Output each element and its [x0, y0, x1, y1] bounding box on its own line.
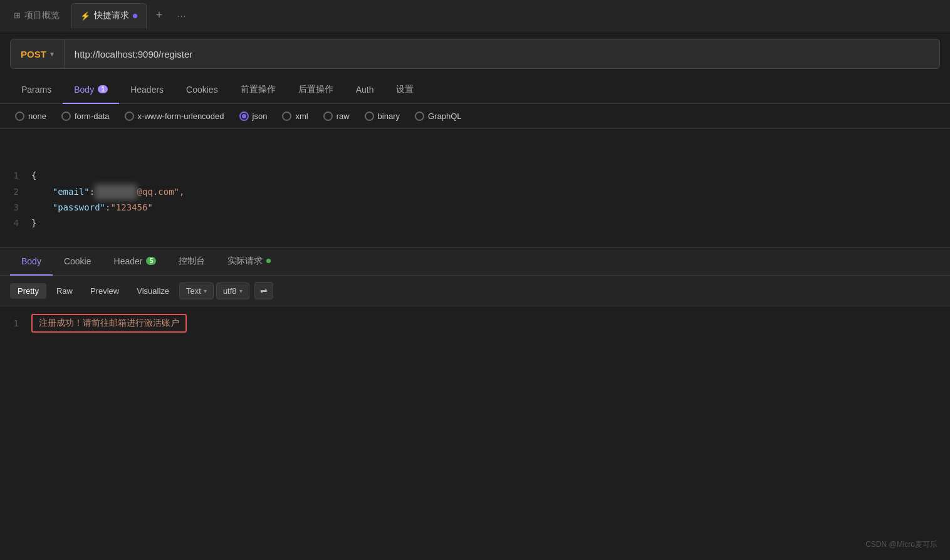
tab-auth-label: Auth	[356, 85, 374, 95]
email-key: "email"	[53, 187, 90, 197]
resp-tab-console[interactable]: 控制台	[167, 248, 216, 276]
radio-graphql[interactable]: GraphQL	[415, 111, 461, 121]
wrap-icon: ⇌	[260, 286, 268, 296]
radio-urlencoded-label: x-www-form-urlencoded	[138, 111, 224, 121]
add-tab-button[interactable]: +	[149, 6, 169, 26]
radio-urlencoded-circle	[125, 111, 134, 121]
raw-button[interactable]: Raw	[49, 283, 80, 299]
tab-bar: ⊞ 项目概览 ⚡ 快捷请求 + ···	[0, 0, 950, 31]
email-suffix: @qq.com",	[137, 187, 185, 197]
format-chevron-icon: ▾	[204, 288, 207, 294]
radio-form-data-label: form-data	[75, 111, 110, 121]
tab-settings-label: 设置	[396, 84, 414, 95]
header-badge: 5	[146, 257, 156, 265]
ellipsis-icon: ···	[177, 11, 187, 21]
tab-quick-request-label: 快捷请求	[94, 10, 129, 21]
tab-quick-request[interactable]: ⚡ 快捷请求	[71, 3, 147, 28]
more-tabs-button[interactable]: ···	[172, 6, 192, 26]
radio-binary[interactable]: binary	[365, 111, 400, 121]
code-line-empty2	[0, 152, 950, 168]
url-input[interactable]	[65, 49, 939, 60]
resp-tab-console-label: 控制台	[179, 256, 205, 267]
resp-tab-header-label: Header	[114, 256, 143, 266]
tab-params-label: Params	[21, 85, 51, 95]
method-chevron-icon: ▾	[50, 50, 54, 58]
plus-icon: +	[156, 9, 163, 22]
tab-body[interactable]: Body 1	[63, 76, 119, 104]
radio-binary-label: binary	[378, 111, 400, 121]
tab-auth[interactable]: Auth	[345, 76, 385, 104]
tab-body-label: Body	[74, 85, 94, 95]
response-body: 1 注册成功！请前往邮箱进行激活账户	[0, 306, 950, 340]
radio-raw-label: raw	[337, 111, 350, 121]
radio-form-data[interactable]: form-data	[61, 111, 110, 121]
visualize-button[interactable]: Visualize	[129, 283, 177, 299]
method-label: POST	[21, 49, 46, 60]
response-section: Body Cookie Header 5 控制台 实际请求 Pretty Raw…	[0, 248, 950, 340]
resp-tab-header[interactable]: Header 5	[103, 248, 168, 276]
response-line-1: 1 注册成功！请前往邮箱进行激活账户	[0, 314, 950, 333]
radio-binary-circle	[365, 111, 374, 121]
tab-project-label: 项目概览	[24, 10, 60, 21]
radio-form-data-circle	[61, 111, 71, 121]
project-icon: ⊞	[14, 11, 21, 20]
preview-button[interactable]: Preview	[83, 283, 127, 299]
lightning-icon: ⚡	[80, 11, 90, 21]
code-line-3: 3 "password":"123456"	[0, 200, 950, 215]
body-type-row: none form-data x-www-form-urlencoded jso…	[0, 104, 950, 129]
resp-tab-cookie[interactable]: Cookie	[53, 248, 103, 276]
close-brace: }	[31, 218, 36, 228]
encoding-select[interactable]: utf8 ▾	[216, 283, 249, 299]
resp-tab-actual-label: 实际请求	[227, 256, 263, 267]
radio-none-circle	[15, 111, 24, 121]
tab-params[interactable]: Params	[10, 76, 63, 104]
method-selector[interactable]: POST ▾	[11, 39, 65, 68]
radio-xml-circle	[282, 111, 291, 121]
code-editor[interactable]: 1 { 2 "email":xxxxxxxx@qq.com", 3 "passw…	[0, 129, 950, 248]
radio-json-circle	[239, 111, 249, 121]
tab-headers-label: Headers	[130, 85, 164, 95]
tab-settings[interactable]: 设置	[385, 76, 425, 104]
resp-tab-cookie-label: Cookie	[64, 256, 91, 266]
code-line-1: 1 {	[0, 168, 950, 184]
format-select[interactable]: Text ▾	[179, 283, 214, 299]
password-key: "password"	[53, 202, 105, 212]
resp-tab-body[interactable]: Body	[10, 248, 53, 276]
actual-request-dot	[266, 259, 271, 263]
format-select-value: Text	[186, 286, 201, 296]
radio-xml-label: xml	[295, 111, 308, 121]
tab-unsaved-dot	[133, 14, 137, 18]
radio-xml[interactable]: xml	[282, 111, 308, 121]
tab-cookies[interactable]: Cookies	[175, 76, 229, 104]
tab-post-action[interactable]: 后置操作	[287, 76, 345, 104]
resp-line-num-1: 1	[0, 318, 31, 328]
email-blurred-value: xxxxxxxx	[95, 184, 137, 200]
pretty-button[interactable]: Pretty	[10, 283, 46, 299]
radio-json-label: json	[253, 111, 268, 121]
radio-none[interactable]: none	[15, 111, 46, 121]
radio-urlencoded[interactable]: x-www-form-urlencoded	[125, 111, 224, 121]
tab-project[interactable]: ⊞ 项目概览	[5, 3, 68, 28]
encoding-chevron-icon: ▾	[239, 288, 243, 294]
radio-graphql-label: GraphQL	[428, 111, 461, 121]
open-brace: {	[31, 170, 36, 180]
response-tabs: Body Cookie Header 5 控制台 实际请求	[0, 248, 950, 276]
resp-tab-body-label: Body	[21, 256, 41, 266]
watermark: CSDN @Micro麦可乐	[865, 539, 937, 550]
password-value: "123456"	[110, 202, 152, 212]
response-content: 注册成功！请前往邮箱进行激活账户	[31, 314, 187, 333]
tab-cookies-label: Cookies	[186, 85, 218, 95]
tab-pre-action[interactable]: 前置操作	[229, 76, 287, 104]
radio-raw[interactable]: raw	[323, 111, 350, 121]
tab-post-action-label: 后置操作	[298, 84, 333, 95]
radio-graphql-circle	[415, 111, 424, 121]
resp-tab-actual-request[interactable]: 实际请求	[216, 248, 282, 276]
code-line-empty1	[0, 137, 950, 152]
code-line-2: 2 "email":xxxxxxxx@qq.com",	[0, 184, 950, 200]
tab-headers[interactable]: Headers	[119, 76, 175, 104]
wrap-button[interactable]: ⇌	[254, 282, 273, 299]
radio-json[interactable]: json	[239, 111, 268, 121]
response-toolbar: Pretty Raw Preview Visualize Text ▾ utf8…	[0, 276, 950, 306]
radio-raw-circle	[323, 111, 333, 121]
request-tabs: Params Body 1 Headers Cookies 前置操作 后置操作 …	[0, 76, 950, 104]
